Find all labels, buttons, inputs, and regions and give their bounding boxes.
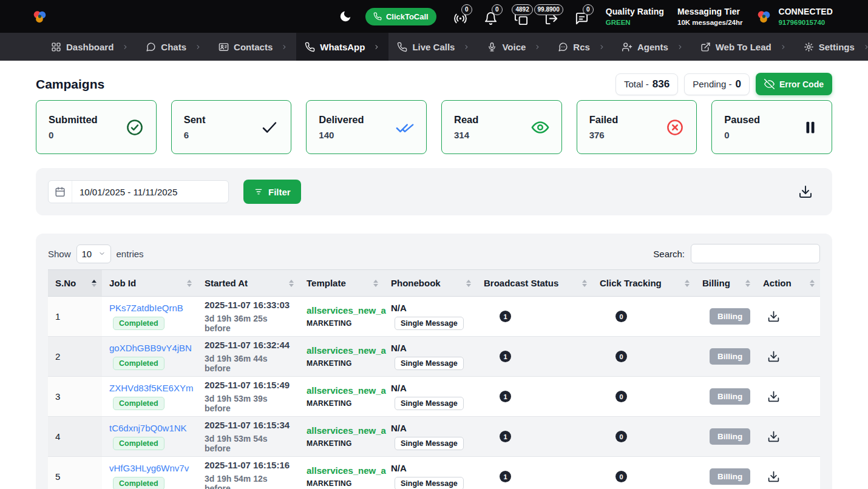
nav-item-web-to-lead[interactable]: Web To Lead [692,33,795,61]
job-id-link[interactable]: PKs7ZatdbIeQrnB [109,303,183,313]
job-id-link[interactable]: tC6dxnj7bQ0w1NK [109,423,187,433]
export-download-button[interactable] [798,184,813,199]
billing-button[interactable]: Billing [710,468,750,485]
template-link[interactable]: allservices_new_a [307,465,386,476]
stat-label: Failed [589,114,619,126]
nav-item-rcs[interactable]: Rcs [549,33,614,61]
nav-item-label: Voice [502,42,526,52]
column-header-job-id[interactable]: Job Id [102,270,197,296]
gear-icon [804,42,814,52]
template-link[interactable]: allservices_new_a [307,425,386,436]
billing-button[interactable]: Billing [710,348,750,365]
total-count-box: Total - 836 [615,73,678,95]
dark-mode-toggle-moon-icon[interactable] [339,10,352,23]
broadcast-status-badge[interactable]: 1 [500,311,511,322]
entries-select[interactable]: 10 [76,244,111,263]
billing-button[interactable]: Billing [710,308,750,325]
column-header-label: Phonebook [391,278,441,288]
download-report-icon[interactable] [767,390,780,403]
broadcast-button[interactable]: 0 [453,12,467,25]
sort-icon[interactable] [582,280,587,287]
filter-icon [254,187,263,197]
template-link[interactable]: allservices_new_a [307,305,386,315]
column-header-broadcast-status[interactable]: Broadcast Status [476,270,592,296]
clicktocall-button[interactable]: ClickToCall [365,8,436,25]
billing-button[interactable]: Billing [710,388,750,405]
cell-click-tracking: 0 [592,457,695,489]
sort-icon[interactable] [810,280,815,287]
broadcast-status-badge[interactable]: 1 [500,391,511,402]
download-report-icon[interactable] [767,310,780,323]
stat-card-paused: Paused0 [711,100,832,154]
main-nav: DashboardChatsContactsWhatsAppLive Calls… [0,33,868,61]
sort-icon[interactable] [745,280,750,287]
stat-value: 140 [319,130,364,140]
billing-button[interactable]: Billing [710,428,750,445]
filter-button[interactable]: Filter [243,180,301,204]
balance-button[interactable]: 99.8900 [544,12,558,25]
nav-item-live-calls[interactable]: Live Calls [388,33,478,61]
template-link[interactable]: allservices_new_a [307,345,386,356]
click-tracking-badge[interactable]: 0 [615,391,627,402]
pause-icon [801,118,819,137]
job-id-link[interactable]: vHfG3HLyg6Wnv7v [109,463,189,473]
nav-item-whatsapp[interactable]: WhatsApp [296,33,388,61]
nav-item-contacts[interactable]: Contacts [210,33,296,61]
messages-button[interactable]: 0 [575,12,589,25]
nav-item-settings[interactable]: Settings [795,33,868,61]
brand-logo[interactable] [32,8,48,25]
click-tracking-badge[interactable]: 0 [615,351,627,362]
nav-item-chats[interactable]: Chats [137,33,210,61]
job-id-link[interactable]: goXDhGBB9vY4jBN [109,343,192,353]
column-header-template[interactable]: Template [299,270,384,296]
sort-icon[interactable] [466,280,471,287]
click-tracking-badge[interactable]: 0 [615,431,627,442]
broadcast-status-badge[interactable]: 1 [500,431,511,442]
nav-item-voice[interactable]: Voice [478,33,549,61]
column-header-action[interactable]: Action [756,270,820,296]
column-header-label: S.No [55,278,76,288]
search-input[interactable] [691,244,820,263]
notifications-button[interactable]: 0 [484,12,498,25]
date-range-input[interactable] [72,181,228,203]
click-tracking-badge[interactable]: 0 [615,471,627,482]
column-header-billing[interactable]: Billing [695,270,756,296]
column-header-started-at[interactable]: Started At [197,270,299,296]
click-tracking-badge[interactable]: 0 [615,311,627,322]
broadcast-status-badge[interactable]: 1 [500,351,511,362]
templates-button[interactable]: 4892 [514,12,528,25]
started-ago-value: 3d 19h 53m 54s before [205,434,292,453]
download-report-icon[interactable] [767,350,780,363]
sort-icon[interactable] [685,280,690,287]
job-id-link[interactable]: ZXHVd83f5KE6XYm [109,383,193,393]
date-range-picker[interactable] [48,180,229,203]
cell-action [756,337,820,376]
stat-label: Paused [724,114,760,126]
sort-icon[interactable] [187,280,192,287]
template-category: MARKETING [307,359,351,368]
broadcast-status-badge[interactable]: 1 [500,471,511,482]
column-header-click-tracking[interactable]: Click Tracking [592,270,695,296]
column-header-s-no[interactable]: S.No [48,270,102,296]
cell-billing: Billing [695,457,756,489]
cell-job-id: ZXHVd83f5KE6XYmCompleted [102,377,197,416]
sort-icon[interactable] [92,280,97,287]
started-ago-value: 3d 19h 36m 25s before [205,314,292,333]
phonebook-value: N/A [391,423,407,433]
nav-item-dashboard[interactable]: Dashboard [42,33,137,61]
sort-icon[interactable] [289,280,294,287]
phonebook-value: N/A [391,463,407,473]
table-header-row: S.NoJob IdStarted AtTemplatePhonebookBro… [48,269,820,297]
template-category: MARKETING [307,319,351,328]
sort-icon[interactable] [373,280,378,287]
error-code-button[interactable]: Error Code [756,73,832,95]
cell-template: allservices_new_aMARKETING [299,297,384,336]
grid-icon [51,42,61,52]
stat-value: 314 [454,130,478,140]
nav-item-agents[interactable]: Agents [614,33,692,61]
download-report-icon[interactable] [767,470,780,483]
template-link[interactable]: allservices_new_a [307,385,386,396]
column-header-phonebook[interactable]: Phonebook [384,270,476,296]
column-header-label: Started At [205,278,248,288]
download-report-icon[interactable] [767,430,780,443]
